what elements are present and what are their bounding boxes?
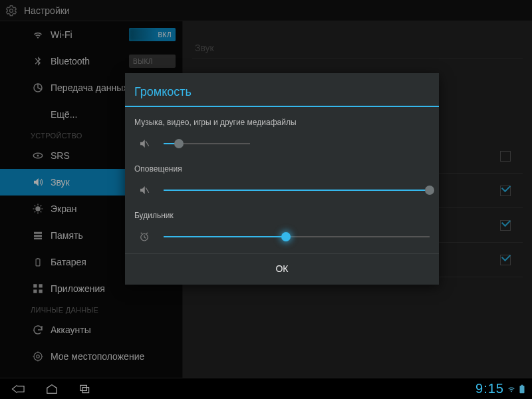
recent-apps-button[interactable] — [73, 381, 97, 397]
svg-line-16 — [146, 141, 149, 146]
notification-volume-slider[interactable] — [164, 184, 430, 197]
alarm-icon — [137, 229, 152, 244]
svg-rect-21 — [520, 386, 525, 393]
alarm-volume-label: Будильник — [134, 211, 430, 220]
dialog-title: Громкость — [125, 73, 439, 106]
svg-rect-19 — [80, 385, 87, 390]
svg-rect-22 — [521, 384, 523, 385]
media-mute-icon — [137, 136, 152, 151]
alarm-volume-slider[interactable] — [164, 230, 430, 243]
svg-rect-20 — [82, 387, 89, 392]
media-volume-slider[interactable] — [164, 137, 250, 150]
back-button[interactable] — [7, 381, 31, 397]
status-clock[interactable]: 9:15 — [475, 381, 504, 396]
system-nav-bar: 9:15 — [0, 378, 532, 399]
volume-dialog: Громкость Музыка, видео, игры и другие м… — [125, 73, 439, 285]
notification-volume-label: Оповещения — [134, 164, 430, 174]
svg-line-17 — [146, 188, 149, 193]
media-volume-label: Музыка, видео, игры и другие медиафайлы — [134, 118, 430, 127]
notification-mute-icon — [137, 183, 152, 198]
battery-status-icon — [519, 384, 525, 394]
dialog-divider — [125, 106, 439, 107]
dialog-ok-button[interactable]: ОК — [125, 253, 439, 285]
wifi-status-icon — [507, 384, 516, 394]
home-button[interactable] — [40, 381, 64, 397]
